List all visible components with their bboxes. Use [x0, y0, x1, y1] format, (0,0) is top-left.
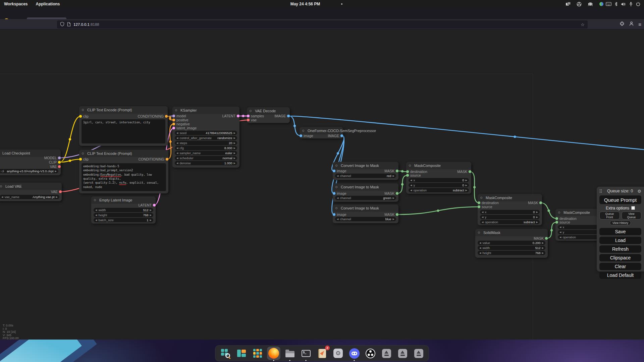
input-port-image[interactable] [333, 213, 335, 216]
widget-sampler_name[interactable]: ◀sampler_nameeuler▶ [175, 151, 237, 155]
obs-icon[interactable] [576, 0, 582, 8]
widget-height[interactable]: ◀height768▶ [478, 251, 545, 255]
node-convert-image-to-mask-green[interactable]: Convert Image to MaskimageMASK◀channelgr… [333, 183, 398, 202]
input-port-image[interactable] [333, 170, 335, 172]
output-port-MASK[interactable] [539, 201, 542, 204]
widget-arrow-left-icon[interactable]: ◀ [176, 131, 178, 135]
comfyui-canvas[interactable]: T: 0.00s I: 0 N: 19 [16] V: 345 FPS:100.… [0, 29, 644, 340]
widget-arrow-left-icon[interactable]: ◀ [176, 161, 178, 165]
widget-arrow-left-icon[interactable]: ◀ [95, 208, 97, 212]
node-vae-decode[interactable]: VAE DecodesamplesvaeIMAGE [247, 107, 290, 123]
url-bar[interactable]: 127.0.0.1:8188 ☆ [57, 20, 588, 28]
collapse-icon[interactable] [558, 212, 560, 214]
window-stack-icon[interactable] [565, 0, 571, 8]
widget-arrow-right-icon[interactable]: ▶ [542, 246, 544, 250]
bluetooth-icon[interactable] [613, 0, 619, 8]
collapse-icon[interactable] [302, 130, 304, 132]
input-port-image[interactable] [333, 192, 335, 195]
dock-discord-icon[interactable] [347, 347, 361, 360]
load-button[interactable]: Load [599, 237, 641, 244]
widget-arrow-left-icon[interactable]: ◀ [1, 195, 3, 199]
widget-arrow-left-icon[interactable]: ◀ [559, 230, 561, 234]
output-port-CLIP[interactable] [58, 161, 61, 164]
node-clip-text-encode-negative[interactable]: CLIP Text Encode (Prompt)clipCONDITIONIN… [79, 150, 168, 193]
input-port-vae[interactable] [247, 119, 250, 121]
collapse-icon[interactable] [478, 232, 480, 234]
output-port-MODEL[interactable] [58, 157, 61, 159]
node-mask-composite-1[interactable]: MaskCompositedestinationsourceMASK◀x0▶◀y… [406, 162, 471, 194]
widget-arrow-right-icon[interactable]: ▶ [234, 131, 235, 135]
widget-arrow-right-icon[interactable]: ▶ [234, 156, 235, 160]
widget-channel[interactable]: ◀channelblue▶ [335, 217, 396, 221]
widget-arrow-left-icon[interactable]: ◀ [176, 156, 178, 160]
input-port-clip[interactable] [79, 115, 82, 118]
widget-operation[interactable]: ◀operationsubtract▶ [480, 220, 540, 224]
widget-arrow-left-icon[interactable]: ◀ [410, 178, 412, 182]
widget-arrow-right-icon[interactable]: ▶ [536, 220, 538, 224]
collapse-icon[interactable] [250, 110, 252, 112]
widget-channel[interactable]: ◀channelred▶ [335, 174, 396, 178]
extensions-icon[interactable] [620, 21, 625, 27]
widget-arrow-right-icon[interactable]: ▶ [393, 217, 394, 221]
view-history-button[interactable]: View History [610, 221, 631, 225]
widget-arrow-right-icon[interactable]: ▶ [234, 151, 235, 155]
widget-arrow-left-icon[interactable]: ◀ [410, 188, 412, 192]
collapse-icon[interactable] [335, 186, 337, 188]
widget-arrow-right-icon[interactable]: ▶ [150, 208, 152, 212]
widget-x[interactable]: ◀x0▶ [409, 178, 469, 182]
dock-appimage-1-icon[interactable] [380, 347, 393, 360]
view-queue-button[interactable]: View Queue [622, 212, 641, 220]
collapse-icon[interactable] [480, 197, 482, 199]
widget-arrow-left-icon[interactable]: ◀ [479, 251, 481, 255]
widget-arrow-right-icon[interactable]: ▶ [150, 218, 152, 222]
widget-value[interactable]: ◀value0.200▶ [478, 241, 545, 245]
prompt-textarea[interactable]: embedding:bad-hands-5 embedding:bad_prom… [82, 163, 166, 191]
workspaces-menu[interactable]: Workspaces [0, 0, 32, 8]
widget-width[interactable]: ◀width512▶ [94, 208, 153, 212]
input-port-positive[interactable] [172, 119, 175, 121]
tracking-shield-icon[interactable] [60, 22, 64, 27]
keyboard-icon[interactable] [605, 0, 612, 8]
dock-files-icon[interactable] [283, 347, 297, 360]
dock-workspaces-icon[interactable] [235, 347, 248, 360]
node-oneformer-coco-semseg-preprocessor[interactable]: OneFormer-COCO-SemSegPreprocessorimageIM… [300, 127, 343, 138]
widget-arrow-left-icon[interactable]: ◀ [176, 151, 178, 155]
widget-arrow-left-icon[interactable]: ◀ [176, 141, 178, 145]
input-port-image[interactable] [300, 134, 302, 137]
output-port-MASK[interactable] [396, 170, 398, 172]
output-port-VAE[interactable] [58, 165, 61, 168]
widget-ckpt_name[interactable]: ◀ckpt_nameanything-v3.0/Anything-V3.0.ck… [0, 169, 58, 173]
queue-prompt-button[interactable]: Queue Prompt [599, 195, 641, 204]
widget-arrow-right-icon[interactable]: ▶ [55, 169, 57, 173]
collapse-icon[interactable] [409, 165, 411, 167]
input-port-destination[interactable] [555, 217, 558, 220]
output-port-IMAGE[interactable] [287, 115, 290, 117]
settings-gear-icon[interactable]: ⚙ [637, 189, 641, 194]
widget-arrow-right-icon[interactable]: ▶ [234, 161, 235, 165]
widget-arrow-left-icon[interactable]: ◀ [482, 210, 483, 214]
widget-batch_size[interactable]: ◀batch_size1▶ [94, 218, 153, 222]
clear-button[interactable]: Clear [599, 263, 641, 270]
prompt-textarea[interactable]: 1girl, cars, street, intersection, city [82, 119, 165, 143]
widget-height[interactable]: ◀height768▶ [94, 213, 153, 217]
power-icon[interactable] [635, 0, 641, 8]
widget-denoise[interactable]: ◀denoise1.000▶ [175, 161, 237, 165]
menu-hamburger-icon[interactable]: ≡ [638, 21, 641, 27]
widget-cfg[interactable]: ◀cfg8.000▶ [175, 146, 237, 150]
page-info-icon[interactable] [67, 22, 71, 27]
microphone-icon[interactable] [628, 0, 634, 8]
color-profile-icon[interactable] [598, 0, 604, 8]
input-port-negative[interactable] [172, 123, 175, 125]
dock-settings-icon[interactable]: ⚙ [331, 347, 345, 360]
widget-arrow-left-icon[interactable]: ◀ [479, 241, 481, 245]
widget-scheduler[interactable]: ◀schedulernormal▶ [175, 156, 237, 160]
widget-arrow-left-icon[interactable]: ◀ [337, 196, 338, 200]
widget-x[interactable]: ◀x0▶ [480, 210, 540, 214]
widget-arrow-left-icon[interactable]: ◀ [559, 235, 561, 239]
account-icon[interactable] [629, 21, 634, 27]
widget-arrow-left-icon[interactable]: ◀ [95, 218, 97, 222]
dock-software-icon[interactable]: 2 [315, 347, 329, 360]
widget-steps[interactable]: ◀steps20▶ [175, 141, 237, 145]
widget-arrow-right-icon[interactable]: ▶ [536, 215, 538, 219]
widget-arrow-left-icon[interactable]: ◀ [95, 213, 97, 217]
